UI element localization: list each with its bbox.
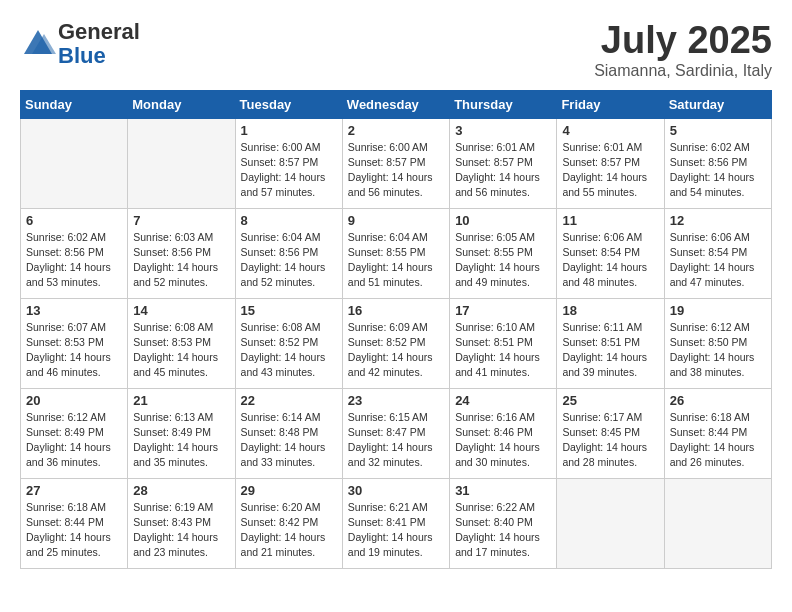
day-number: 18 <box>562 303 658 318</box>
calendar-cell <box>128 118 235 208</box>
day-info: Sunrise: 6:09 AM Sunset: 8:52 PM Dayligh… <box>348 320 444 381</box>
calendar-cell: 26Sunrise: 6:18 AM Sunset: 8:44 PM Dayli… <box>664 388 771 478</box>
day-number: 29 <box>241 483 337 498</box>
calendar-cell: 3Sunrise: 6:01 AM Sunset: 8:57 PM Daylig… <box>450 118 557 208</box>
calendar-cell: 10Sunrise: 6:05 AM Sunset: 8:55 PM Dayli… <box>450 208 557 298</box>
calendar-cell: 8Sunrise: 6:04 AM Sunset: 8:56 PM Daylig… <box>235 208 342 298</box>
calendar-cell: 25Sunrise: 6:17 AM Sunset: 8:45 PM Dayli… <box>557 388 664 478</box>
calendar-week-row: 27Sunrise: 6:18 AM Sunset: 8:44 PM Dayli… <box>21 478 772 568</box>
day-info: Sunrise: 6:14 AM Sunset: 8:48 PM Dayligh… <box>241 410 337 471</box>
calendar-cell: 30Sunrise: 6:21 AM Sunset: 8:41 PM Dayli… <box>342 478 449 568</box>
calendar-week-row: 20Sunrise: 6:12 AM Sunset: 8:49 PM Dayli… <box>21 388 772 478</box>
day-number: 2 <box>348 123 444 138</box>
day-info: Sunrise: 6:06 AM Sunset: 8:54 PM Dayligh… <box>562 230 658 291</box>
logo-icon <box>20 26 56 62</box>
calendar-cell: 28Sunrise: 6:19 AM Sunset: 8:43 PM Dayli… <box>128 478 235 568</box>
dow-header: Friday <box>557 90 664 118</box>
day-info: Sunrise: 6:00 AM Sunset: 8:57 PM Dayligh… <box>241 140 337 201</box>
day-number: 5 <box>670 123 766 138</box>
day-number: 26 <box>670 393 766 408</box>
day-number: 16 <box>348 303 444 318</box>
calendar-cell: 15Sunrise: 6:08 AM Sunset: 8:52 PM Dayli… <box>235 298 342 388</box>
calendar-cell: 23Sunrise: 6:15 AM Sunset: 8:47 PM Dayli… <box>342 388 449 478</box>
day-number: 28 <box>133 483 229 498</box>
day-info: Sunrise: 6:03 AM Sunset: 8:56 PM Dayligh… <box>133 230 229 291</box>
day-info: Sunrise: 6:18 AM Sunset: 8:44 PM Dayligh… <box>26 500 122 561</box>
dow-header: Tuesday <box>235 90 342 118</box>
day-info: Sunrise: 6:21 AM Sunset: 8:41 PM Dayligh… <box>348 500 444 561</box>
day-number: 7 <box>133 213 229 228</box>
calendar-cell: 20Sunrise: 6:12 AM Sunset: 8:49 PM Dayli… <box>21 388 128 478</box>
calendar-cell: 31Sunrise: 6:22 AM Sunset: 8:40 PM Dayli… <box>450 478 557 568</box>
calendar-cell: 14Sunrise: 6:08 AM Sunset: 8:53 PM Dayli… <box>128 298 235 388</box>
day-number: 10 <box>455 213 551 228</box>
day-number: 12 <box>670 213 766 228</box>
day-info: Sunrise: 6:18 AM Sunset: 8:44 PM Dayligh… <box>670 410 766 471</box>
day-info: Sunrise: 6:10 AM Sunset: 8:51 PM Dayligh… <box>455 320 551 381</box>
calendar-cell: 13Sunrise: 6:07 AM Sunset: 8:53 PM Dayli… <box>21 298 128 388</box>
day-number: 14 <box>133 303 229 318</box>
calendar-cell: 11Sunrise: 6:06 AM Sunset: 8:54 PM Dayli… <box>557 208 664 298</box>
day-number: 4 <box>562 123 658 138</box>
calendar-cell: 9Sunrise: 6:04 AM Sunset: 8:55 PM Daylig… <box>342 208 449 298</box>
day-info: Sunrise: 6:02 AM Sunset: 8:56 PM Dayligh… <box>26 230 122 291</box>
day-number: 24 <box>455 393 551 408</box>
day-info: Sunrise: 6:22 AM Sunset: 8:40 PM Dayligh… <box>455 500 551 561</box>
day-info: Sunrise: 6:08 AM Sunset: 8:53 PM Dayligh… <box>133 320 229 381</box>
calendar-week-row: 1Sunrise: 6:00 AM Sunset: 8:57 PM Daylig… <box>21 118 772 208</box>
dow-header: Monday <box>128 90 235 118</box>
day-info: Sunrise: 6:00 AM Sunset: 8:57 PM Dayligh… <box>348 140 444 201</box>
calendar-cell <box>557 478 664 568</box>
calendar-cell: 5Sunrise: 6:02 AM Sunset: 8:56 PM Daylig… <box>664 118 771 208</box>
day-number: 23 <box>348 393 444 408</box>
day-number: 20 <box>26 393 122 408</box>
calendar-cell: 17Sunrise: 6:10 AM Sunset: 8:51 PM Dayli… <box>450 298 557 388</box>
day-info: Sunrise: 6:15 AM Sunset: 8:47 PM Dayligh… <box>348 410 444 471</box>
calendar-cell: 18Sunrise: 6:11 AM Sunset: 8:51 PM Dayli… <box>557 298 664 388</box>
day-info: Sunrise: 6:01 AM Sunset: 8:57 PM Dayligh… <box>455 140 551 201</box>
calendar-cell: 29Sunrise: 6:20 AM Sunset: 8:42 PM Dayli… <box>235 478 342 568</box>
dow-header: Saturday <box>664 90 771 118</box>
day-number: 27 <box>26 483 122 498</box>
day-info: Sunrise: 6:11 AM Sunset: 8:51 PM Dayligh… <box>562 320 658 381</box>
day-number: 9 <box>348 213 444 228</box>
day-info: Sunrise: 6:02 AM Sunset: 8:56 PM Dayligh… <box>670 140 766 201</box>
day-number: 3 <box>455 123 551 138</box>
calendar-cell: 4Sunrise: 6:01 AM Sunset: 8:57 PM Daylig… <box>557 118 664 208</box>
calendar-week-row: 13Sunrise: 6:07 AM Sunset: 8:53 PM Dayli… <box>21 298 772 388</box>
day-number: 31 <box>455 483 551 498</box>
calendar-cell: 1Sunrise: 6:00 AM Sunset: 8:57 PM Daylig… <box>235 118 342 208</box>
calendar-cell: 7Sunrise: 6:03 AM Sunset: 8:56 PM Daylig… <box>128 208 235 298</box>
page-header: General Blue July 2025 Siamanna, Sardini… <box>20 20 772 80</box>
day-info: Sunrise: 6:13 AM Sunset: 8:49 PM Dayligh… <box>133 410 229 471</box>
day-info: Sunrise: 6:08 AM Sunset: 8:52 PM Dayligh… <box>241 320 337 381</box>
day-info: Sunrise: 6:12 AM Sunset: 8:49 PM Dayligh… <box>26 410 122 471</box>
calendar-cell: 24Sunrise: 6:16 AM Sunset: 8:46 PM Dayli… <box>450 388 557 478</box>
title-block: July 2025 Siamanna, Sardinia, Italy <box>594 20 772 80</box>
day-number: 17 <box>455 303 551 318</box>
day-info: Sunrise: 6:05 AM Sunset: 8:55 PM Dayligh… <box>455 230 551 291</box>
calendar-cell: 2Sunrise: 6:00 AM Sunset: 8:57 PM Daylig… <box>342 118 449 208</box>
day-number: 21 <box>133 393 229 408</box>
day-number: 19 <box>670 303 766 318</box>
calendar-week-row: 6Sunrise: 6:02 AM Sunset: 8:56 PM Daylig… <box>21 208 772 298</box>
day-number: 13 <box>26 303 122 318</box>
month-title: July 2025 <box>594 20 772 62</box>
day-info: Sunrise: 6:01 AM Sunset: 8:57 PM Dayligh… <box>562 140 658 201</box>
calendar-cell <box>664 478 771 568</box>
day-info: Sunrise: 6:20 AM Sunset: 8:42 PM Dayligh… <box>241 500 337 561</box>
day-number: 8 <box>241 213 337 228</box>
calendar-cell <box>21 118 128 208</box>
calendar-cell: 6Sunrise: 6:02 AM Sunset: 8:56 PM Daylig… <box>21 208 128 298</box>
day-info: Sunrise: 6:07 AM Sunset: 8:53 PM Dayligh… <box>26 320 122 381</box>
days-of-week-row: SundayMondayTuesdayWednesdayThursdayFrid… <box>21 90 772 118</box>
day-info: Sunrise: 6:16 AM Sunset: 8:46 PM Dayligh… <box>455 410 551 471</box>
day-number: 11 <box>562 213 658 228</box>
calendar-cell: 19Sunrise: 6:12 AM Sunset: 8:50 PM Dayli… <box>664 298 771 388</box>
day-info: Sunrise: 6:19 AM Sunset: 8:43 PM Dayligh… <box>133 500 229 561</box>
location-title: Siamanna, Sardinia, Italy <box>594 62 772 80</box>
day-number: 22 <box>241 393 337 408</box>
calendar-cell: 27Sunrise: 6:18 AM Sunset: 8:44 PM Dayli… <box>21 478 128 568</box>
dow-header: Sunday <box>21 90 128 118</box>
day-info: Sunrise: 6:17 AM Sunset: 8:45 PM Dayligh… <box>562 410 658 471</box>
